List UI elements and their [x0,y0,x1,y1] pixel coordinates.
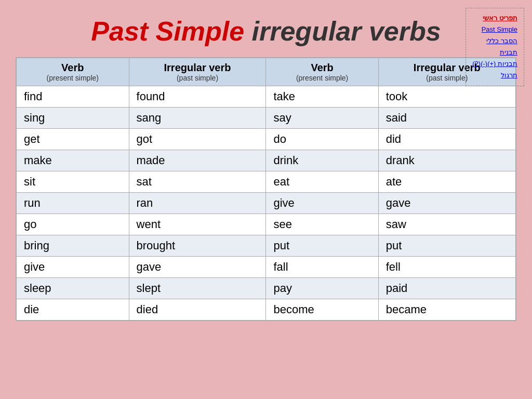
table-row: bringbroughtputput [16,235,516,257]
cell-7-2: put [266,235,378,257]
cell-4-1: sat [129,171,266,193]
cell-5-1: ran [129,193,266,214]
nav-item-patterns-all[interactable]: תבניות (+)(-)(?) [472,58,517,70]
cell-7-3: put [378,235,516,257]
cell-8-1: gave [129,257,266,278]
cell-9-2: pay [266,278,378,299]
cell-4-2: eat [266,171,378,193]
cell-6-3: saw [378,214,516,235]
cell-2-1: got [129,129,266,150]
cell-0-2: take [266,86,378,108]
table-row: sitsateatate [16,171,516,193]
cell-6-2: see [266,214,378,235]
cell-0-1: found [129,86,266,108]
cell-3-1: made [129,150,266,171]
nav-item-explanation[interactable]: הסבר כללי [472,35,517,47]
cell-9-1: slept [129,278,266,299]
cell-3-2: drink [266,150,378,171]
title-part1: Past Simple [91,16,244,46]
cell-5-2: give [266,193,378,214]
cell-5-3: gave [378,193,516,214]
cell-8-3: fell [378,257,516,278]
col-header-2: Irregular verb (past simple) [129,58,266,86]
title-part2-text: irregular verbs [252,16,441,46]
cell-5-0: run [16,193,129,214]
cell-0-0: find [16,86,129,108]
table-row: diediedbecomebecame [16,299,516,321]
cell-10-1: died [129,299,266,321]
cell-10-0: die [16,299,129,321]
nav-item-pattern[interactable]: תבנית [472,47,517,58]
cell-7-0: bring [16,235,129,257]
navigation-box: תפריט ראשי Past Simple הסבר כללי תבנית ת… [466,8,524,86]
cell-9-0: sleep [16,278,129,299]
page-container: תפריט ראשי Past Simple הסבר כללי תבנית ת… [0,0,532,399]
col-header-1: Verb (present simple) [16,58,129,86]
cell-10-3: became [378,299,516,321]
verbs-table: Verb (present simple) Irregular verb (pa… [16,57,516,321]
cell-1-0: sing [16,108,129,129]
cell-3-3: drank [378,150,516,171]
cell-7-1: brought [129,235,266,257]
nav-item-practice[interactable]: תרגול [472,70,517,81]
cell-6-1: went [129,214,266,235]
cell-10-2: become [266,299,378,321]
cell-8-2: fall [266,257,378,278]
cell-4-3: ate [378,171,516,193]
table-row: sleepsleptpaypaid [16,278,516,299]
table-header-row: Verb (present simple) Irregular verb (pa… [16,58,516,86]
cell-0-3: took [378,86,516,108]
cell-8-0: give [16,257,129,278]
nav-item-main[interactable]: תפריט ראשי [483,14,517,22]
table-row: findfoundtaketook [16,86,516,108]
nav-item-past-simple[interactable]: Past Simple [472,24,517,35]
cell-1-2: say [266,108,378,129]
table-row: getgotdodid [16,129,516,150]
col-header-3: Verb (present simple) [266,58,378,86]
cell-1-1: sang [129,108,266,129]
cell-2-0: get [16,129,129,150]
table-row: runrangivegave [16,193,516,214]
table-row: givegavefallfell [16,257,516,278]
table-row: gowentseesaw [16,214,516,235]
table-row: singsangsaysaid [16,108,516,129]
cell-3-0: make [16,150,129,171]
table-row: makemadedrinkdrank [16,150,516,171]
cell-1-3: said [378,108,516,129]
cell-4-0: sit [16,171,129,193]
cell-2-2: do [266,129,378,150]
cell-6-0: go [16,214,129,235]
cell-2-3: did [378,129,516,150]
page-title: Past Simple irregular verbs [16,16,516,47]
cell-9-3: paid [378,278,516,299]
